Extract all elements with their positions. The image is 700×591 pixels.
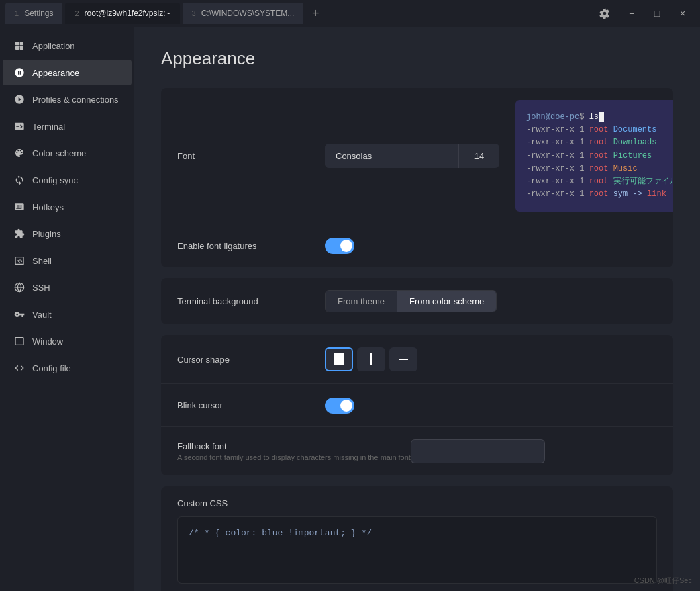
font-name-display: Consolas [325,144,459,168]
color-icon [13,147,26,159]
sidebar-item-configsync[interactable]: Config sync [3,167,132,193]
bg-from-theme-button[interactable]: From theme [326,291,397,312]
sidebar-item-configfile[interactable]: Config file [3,355,132,381]
cursor-shape-control [325,347,657,371]
tab-label-2: root@iz9wh1fe2fvpsiz:~ [85,9,170,18]
ligatures-toggle[interactable] [325,238,354,254]
sidebar-label-application: Application [32,41,75,51]
appearance-icon [13,66,26,79]
tab-terminal-1[interactable]: 2 root@iz9wh1fe2fvpsiz:~ [65,3,179,24]
sidebar: Application Appearance Profiles & connec… [0,27,134,591]
cursor-underline-button[interactable] [389,347,417,371]
shell-icon [13,255,26,267]
font-selector[interactable]: Consolas 14 [325,144,499,168]
tab-terminal-2[interactable]: 3 C:\WINDOWS\SYSTEM... [183,3,304,24]
svg-rect-2 [15,46,19,50]
sidebar-item-window[interactable]: Window [3,328,132,354]
cursor-shape-label: Cursor shape [177,355,325,365]
blink-cursor-label: Blink cursor [177,400,325,410]
tab-label-3: C:\WINDOWS\SYSTEM... [201,9,295,18]
terminal-icon [13,120,26,132]
sidebar-item-shell[interactable]: Shell [3,248,132,273]
cursor-block-button[interactable] [325,347,353,371]
window-icon [13,335,26,347]
fallback-font-row: Fallback font A second font family used … [161,427,673,475]
sidebar-item-appearance[interactable]: Appearance [3,60,132,85]
tab-number-3: 3 [192,9,196,17]
sidebar-label-appearance: Appearance [32,68,79,78]
blink-cursor-toggle[interactable] [325,398,354,414]
sync-icon [13,174,26,186]
svg-rect-1 [20,42,23,45]
terminal-bg-section: Terminal background From theme From colo… [161,278,673,324]
cursor-block-icon [334,353,344,365]
sidebar-label-profiles: Profiles & connections [32,95,119,105]
sidebar-item-colorscheme[interactable]: Color scheme [3,140,132,166]
plugins-icon [13,228,26,240]
fallback-font-sublabel: A second font family used to display cha… [177,453,411,461]
sidebar-label-shell: Shell [32,256,52,266]
tab-number: 1 [15,9,19,17]
ligatures-control [325,238,657,254]
add-tab-button[interactable]: + [306,4,325,23]
terminal-bg-control: From theme From color scheme [325,290,657,312]
custom-css-label: Custom CSS [177,498,325,508]
sidebar-item-application[interactable]: Application [3,33,132,58]
sidebar-label-hotkeys: Hotkeys [32,202,64,212]
minimize-button[interactable]: − [619,3,644,24]
font-size-display: 14 [459,144,499,168]
close-button[interactable]: × [670,3,695,24]
maximize-button[interactable]: □ [645,3,669,24]
sidebar-label-plugins: Plugins [32,229,61,239]
tab-number-2: 2 [74,9,79,17]
sidebar-item-plugins[interactable]: Plugins [3,221,132,246]
sidebar-item-hotkeys[interactable]: Hotkeys [3,194,132,220]
blink-cursor-row: Blink cursor [161,384,673,427]
terminal-bg-label: Terminal background [177,296,325,306]
tab-label: Settings [24,9,53,18]
custom-css-section: Custom CSS /* * { color: blue !important… [161,486,673,591]
terminal-preview: john@doe-pc$ ls -rwxr-xr-x 1 root Docume… [515,100,673,212]
sidebar-item-profiles[interactable]: Profiles & connections [3,87,132,112]
sidebar-label-window: Window [32,336,63,347]
custom-css-editor[interactable]: /* * { color: blue !important; } */ [177,516,657,584]
hotkeys-icon [13,201,26,213]
font-section: Font Consolas 14 john@doe-pc$ ls -rwxr-x… [161,88,673,267]
sidebar-label-ssh: SSH [32,283,50,293]
window-controls: − □ × [619,3,695,24]
sidebar-label-configsync: Config sync [32,175,78,185]
fallback-font-input[interactable] [411,439,545,463]
settings-gear-icon[interactable] [593,3,617,24]
bg-from-colorscheme-button[interactable]: From color scheme [397,291,496,312]
custom-css-row: Custom CSS /* * { color: blue !important… [161,486,673,591]
cursor-ibeam-button[interactable] [357,347,385,371]
cursor-underline-icon [399,359,408,360]
cursor-shape-row: Cursor shape [161,335,673,384]
font-label: Font [177,151,325,161]
sidebar-label-terminal: Terminal [32,122,65,132]
terminal-bg-row: Terminal background From theme From colo… [161,278,673,324]
term-prompt: john@doe-pc [526,112,579,122]
vault-icon [13,308,26,320]
page-title: Appearance [161,48,673,69]
ligatures-label: Enable font ligatures [177,241,325,251]
sidebar-item-terminal[interactable]: Terminal [3,113,132,139]
cursor-button-group [325,347,417,371]
fallback-font-label: Fallback font [177,441,411,451]
blink-cursor-control [325,398,657,414]
sidebar-item-vault[interactable]: Vault [3,302,132,327]
font-row: Font Consolas 14 john@doe-pc$ ls -rwxr-x… [161,88,673,224]
sidebar-label-vault: Vault [32,310,52,320]
svg-rect-3 [20,46,23,50]
cursor-ibeam-icon [370,353,372,365]
sidebar-item-ssh[interactable]: SSH [3,275,132,300]
main-layout: Application Appearance Profiles & connec… [0,27,700,591]
tab-settings[interactable]: 1 Settings [5,3,62,24]
font-control: Consolas 14 [325,144,499,168]
ligatures-row: Enable font ligatures [161,224,673,267]
bg-button-group: From theme From color scheme [325,290,497,312]
profiles-icon [13,93,26,105]
content-area: Appearance Font Consolas 14 john@doe-pc$… [134,27,700,591]
sidebar-label-configfile: Config file [32,363,71,373]
sidebar-label-colorscheme: Color scheme [32,148,86,158]
